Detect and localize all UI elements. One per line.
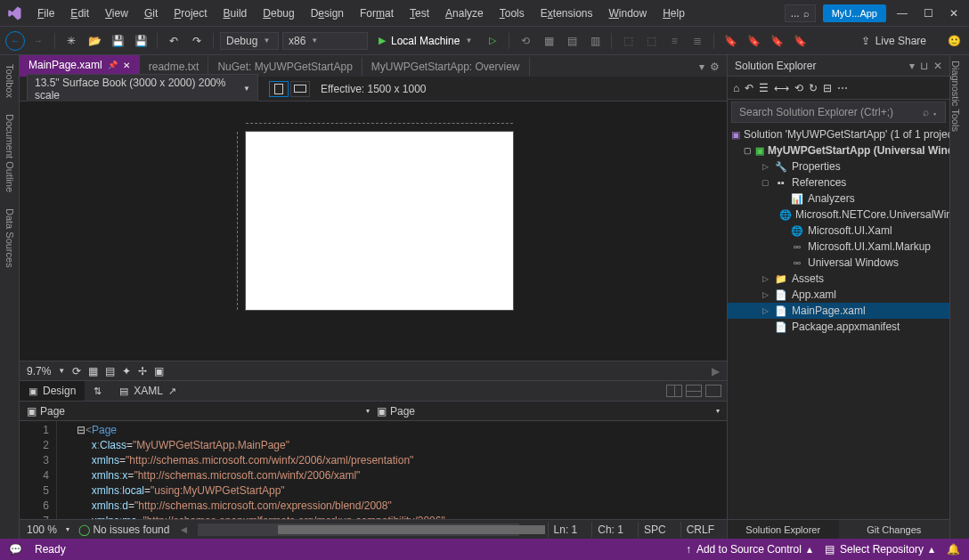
dropdown-icon[interactable]: ▾	[699, 61, 704, 73]
xaml-code-editor[interactable]: 1234567 ⊟<Page x:Class="MyUWPGetStartApp…	[20, 421, 727, 519]
menu-debug[interactable]: Debug	[256, 4, 301, 23]
more-icon[interactable]: ⋯	[837, 82, 848, 94]
back-icon[interactable]: ↶	[745, 82, 753, 94]
solution-explorer-tab[interactable]: Solution Explorer	[728, 520, 839, 539]
project-node[interactable]: ▢▣MyUWPGetStartApp (Universal Windows)	[728, 142, 949, 158]
eol-indicator[interactable]: CRLF	[680, 522, 720, 538]
doc-tab[interactable]: MyUWPGetStartApp: Overview	[362, 57, 530, 77]
ref-uixaml-markup[interactable]: ▫▫Microsoft.UI.Xaml.Markup	[728, 239, 949, 255]
diagnostic-tools-tab[interactable]: Diagnostic Tools	[950, 55, 961, 137]
issues-indicator[interactable]: ◯ No issues found	[78, 523, 169, 536]
toolbox-tab[interactable]: Toolbox	[4, 61, 15, 101]
assets-folder[interactable]: ▷📁Assets	[728, 271, 949, 287]
running-app-pill[interactable]: MyU...App	[823, 4, 886, 22]
snap-icon[interactable]: ▤	[105, 365, 115, 377]
align-button[interactable]: ≣	[688, 31, 707, 51]
maximize-button[interactable]: ☐	[924, 7, 933, 20]
save-all-button[interactable]: 💾	[131, 31, 151, 51]
menu-window[interactable]: Window	[602, 4, 655, 23]
analyzers-node[interactable]: 📊Analyzers	[728, 191, 949, 207]
platform-dropdown[interactable]: x86▼	[282, 32, 368, 50]
menu-design[interactable]: Design	[304, 4, 351, 23]
start-no-debug-button[interactable]: ▷	[483, 31, 502, 51]
save-button[interactable]: 💾	[108, 31, 127, 51]
horizontal-scrollbar[interactable]	[198, 523, 518, 536]
open-button[interactable]: 📂	[85, 31, 104, 51]
feedback-button[interactable]: 🙂	[944, 31, 964, 51]
data-sources-tab[interactable]: Data Sources	[4, 205, 15, 272]
close-icon[interactable]: ✕	[933, 60, 942, 72]
redo-button[interactable]: ↷	[187, 31, 207, 51]
code-content[interactable]: ⊟<Page x:Class="MyUWPGetStartApp.MainPag…	[57, 421, 727, 519]
menu-build[interactable]: Build	[216, 4, 255, 23]
align-button[interactable]: ⬚	[641, 31, 661, 51]
breadcrumb-right[interactable]: ▣ Page▾	[377, 405, 720, 418]
properties-node[interactable]: ▷🔧Properties	[728, 158, 949, 174]
effects-icon[interactable]: ✢	[138, 365, 147, 377]
close-button[interactable]: ✕	[949, 7, 958, 20]
align-button[interactable]: ≡	[664, 31, 684, 51]
portrait-button[interactable]	[269, 81, 289, 97]
xaml-tab[interactable]: ▤ XAML ↗	[110, 381, 185, 401]
tool-button[interactable]: ▤	[562, 31, 582, 51]
output-icon[interactable]: 💬	[9, 543, 22, 556]
tool-button[interactable]: ▥	[585, 31, 605, 51]
gear-icon[interactable]: ⚙	[710, 61, 720, 73]
dropdown-icon[interactable]: ▾	[909, 60, 915, 72]
ref-netcore[interactable]: 🌐Microsoft.NETCore.UniversalWindowsPlatf…	[728, 207, 949, 223]
select-repo-button[interactable]: ▤ Select Repository ▴	[825, 543, 934, 556]
menu-view[interactable]: View	[98, 4, 135, 23]
configuration-dropdown[interactable]: Debug▼	[220, 32, 279, 50]
scroll-left[interactable]: ◄	[178, 523, 189, 536]
minimize-button[interactable]: —	[897, 7, 908, 20]
nav-back-button[interactable]: ←	[5, 31, 25, 51]
solution-node[interactable]: ▣Solution 'MyUWPGetStartApp' (1 of 1 pro…	[728, 126, 949, 142]
design-surface[interactable]	[20, 101, 727, 361]
zoom-level[interactable]: 9.7%	[27, 365, 51, 377]
menu-test[interactable]: Test	[403, 4, 436, 23]
home-icon[interactable]: ⌂	[733, 82, 739, 94]
mainpage-xaml-file[interactable]: ▷📄MainPage.xaml	[728, 303, 949, 319]
git-changes-tab[interactable]: Git Changes	[839, 520, 950, 539]
tool-button[interactable]: ⟲	[516, 31, 535, 51]
menu-help[interactable]: Help	[656, 4, 692, 23]
menu-format[interactable]: Format	[353, 4, 401, 23]
bookmark-button[interactable]: 🔖	[767, 31, 786, 51]
ref-univwin[interactable]: ▫▫Universal Windows	[728, 255, 949, 271]
scroll-right-icon[interactable]: ▶	[712, 365, 720, 377]
undo-button[interactable]: ↶	[164, 31, 183, 51]
add-source-control-button[interactable]: ↑ Add to Source Control ▴	[686, 543, 812, 556]
menu-git[interactable]: Git	[137, 4, 165, 23]
new-item-button[interactable]: ✳	[61, 31, 81, 51]
menu-extensions[interactable]: Extensions	[533, 4, 600, 23]
tool-icon[interactable]: ☰	[759, 82, 769, 94]
tool-icon[interactable]: ⟷	[774, 82, 789, 94]
menu-file[interactable]: File	[30, 4, 61, 23]
bookmark-button[interactable]: 🔖	[744, 31, 763, 51]
device-dropdown[interactable]: 13.5" Surface Book (3000 x 2000) 200% sc…	[27, 74, 258, 104]
refresh-icon[interactable]: ↻	[809, 82, 818, 94]
live-share-button[interactable]: ⇪ Live Share	[854, 32, 933, 50]
document-outline-tab[interactable]: Document Outline	[4, 110, 15, 196]
explorer-search[interactable]: Search Solution Explorer (Ctrl+;) ⌕ ▾	[731, 101, 946, 123]
menu-analyze[interactable]: Analyze	[438, 4, 491, 23]
sync-icon[interactable]: ⟲	[794, 82, 803, 94]
editor-zoom[interactable]: 100 %	[27, 523, 57, 536]
design-canvas[interactable]	[246, 132, 513, 310]
grid-icon[interactable]: ▦	[88, 365, 98, 377]
menu-project[interactable]: Project	[167, 4, 214, 23]
design-tab[interactable]: ▣ Design	[20, 381, 85, 401]
start-debug-button[interactable]: ▶ Local Machine ▼	[371, 32, 479, 50]
code-icon[interactable]: ▣	[154, 365, 164, 377]
landscape-button[interactable]	[290, 81, 310, 97]
menu-edit[interactable]: Edit	[63, 4, 96, 23]
align-button[interactable]: ⬚	[618, 31, 638, 51]
app-xaml-file[interactable]: ▷📄App.xaml	[728, 287, 949, 303]
expand-icon[interactable]	[705, 385, 721, 397]
bookmark-button[interactable]: 🔖	[721, 31, 740, 51]
swap-panes[interactable]: ⇅	[85, 382, 110, 401]
menu-tools[interactable]: Tools	[493, 4, 532, 23]
quick-search[interactable]: ... ⌕	[785, 4, 816, 22]
effects-icon[interactable]: ✦	[122, 365, 131, 377]
manifest-file[interactable]: 📄Package.appxmanifest	[728, 319, 949, 335]
